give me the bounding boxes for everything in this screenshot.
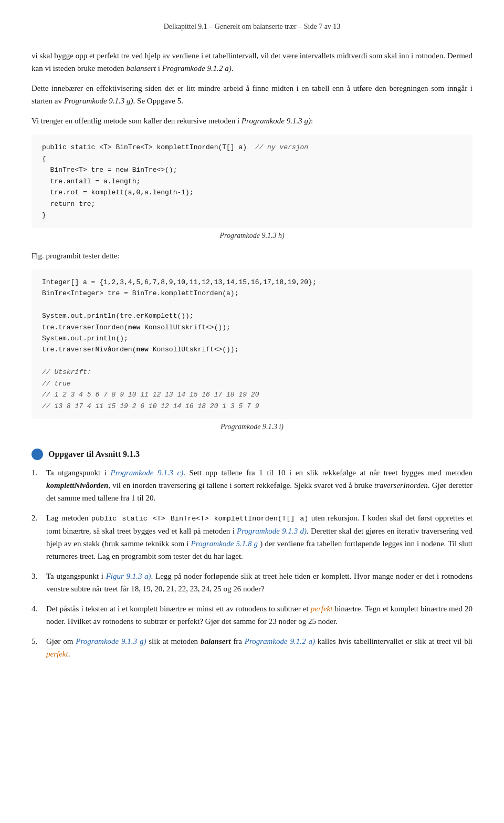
exercise-item-5: 5. Gjør om Programkode 9.1.3 g) slik at …: [32, 635, 472, 660]
exercises-heading-text: Oppgaver til Avsnitt 9.1.3: [48, 447, 140, 461]
programkode-ref-3: Programkode 9.1.3 g): [242, 117, 311, 125]
exercise-number-2: 2.: [32, 512, 42, 562]
perfekt-ref-2: perfekt: [46, 650, 68, 658]
exercise-number-4: 4.: [32, 602, 42, 628]
exercise-text-2: Lag metoden public static <T> BinTre<T> …: [46, 512, 472, 562]
programkode-ref-2: Programkode 9.1.3 g): [64, 97, 133, 105]
exercise-item-1: 1. Ta utgangspunkt i Programkode 9.1.3 c…: [32, 466, 472, 504]
exercise-item-4: 4. Det påstås i teksten at i et komplett…: [32, 602, 472, 628]
page-header: Delkapittel 9.1 – Generelt om balanserte…: [32, 21, 472, 33]
exercise-list: 1. Ta utgangspunkt i Programkode 9.1.3 c…: [32, 466, 472, 660]
ref-programkode-9-1-3-g: Programkode 9.1.3 g): [76, 637, 146, 645]
exercise-number-3: 3.: [32, 570, 42, 595]
exercise-number-1: 1.: [32, 466, 42, 504]
programkode-ref-1: Programkode 9.1.2 a): [162, 64, 232, 72]
ref-programkode-9-1-2-a: Programkode 9.1.2 a): [245, 637, 315, 645]
traverser-inorden-ref: traverserInorden: [374, 481, 428, 489]
balansert-ref: balansert: [126, 64, 156, 72]
ref-programkode-5-1-8-g: Programkode 5.1.8 g: [191, 539, 258, 548]
exercise-item-3: 3. Ta utgangspunkt i Figur 9.1.3 a). Leg…: [32, 570, 472, 595]
code-label-h: Programkode 9.1.3 h): [32, 230, 472, 242]
exercise-text-1: Ta utgangspunkt i Programkode 9.1.3 c). …: [46, 466, 472, 504]
code-block-test: Integer[] a = {1,2,3,4,5,6,7,8,9,10,11,1…: [32, 269, 472, 419]
exercise-text-3: Ta utgangspunkt i Figur 9.1.3 a). Legg p…: [46, 570, 472, 595]
ref-programkode-9-1-3-d: Programkode 9.1.3 d): [237, 527, 307, 535]
komplett-nivaaorden-ref: komplettNivåorden: [46, 481, 108, 489]
paragraph-2: Dette innebærer en effektivisering siden…: [32, 82, 472, 107]
exercise-text-4: Det påstås i teksten at i et komplett bi…: [46, 602, 472, 628]
paragraph-1: vi skal bygge opp et perfekt tre ved hje…: [32, 49, 472, 75]
paragraph-3: Vi trenger en offentlig metode som kalle…: [32, 114, 472, 127]
exercises-heading: Oppgaver til Avsnitt 9.1.3: [32, 447, 472, 461]
exercise-text-5: Gjør om Programkode 9.1.3 g) slik at met…: [46, 635, 472, 660]
ref-programkode-9-1-3-c: Programkode 9.1.3 c): [111, 468, 184, 477]
exercise-item-2: 2. Lag metoden public static <T> BinTre<…: [32, 512, 472, 562]
flg-paragraph: Flg. programbit tester dette:: [32, 249, 472, 262]
code-block-h: public static <T> BinTre<T> komplettInor…: [32, 134, 472, 228]
ref-figur-9-1-3-a: Figur 9.1.3 a): [106, 572, 151, 580]
code-label-i: Programkode 9.1.3 i): [32, 421, 472, 433]
perfekt-ref-1: perfekt: [311, 605, 333, 613]
circle-icon: [32, 449, 43, 460]
exercise-number-5: 5.: [32, 635, 42, 660]
balansert-method-ref: balansert: [201, 637, 231, 645]
method-signature: public static <T> BinTre<T> komplettInor…: [91, 515, 309, 523]
